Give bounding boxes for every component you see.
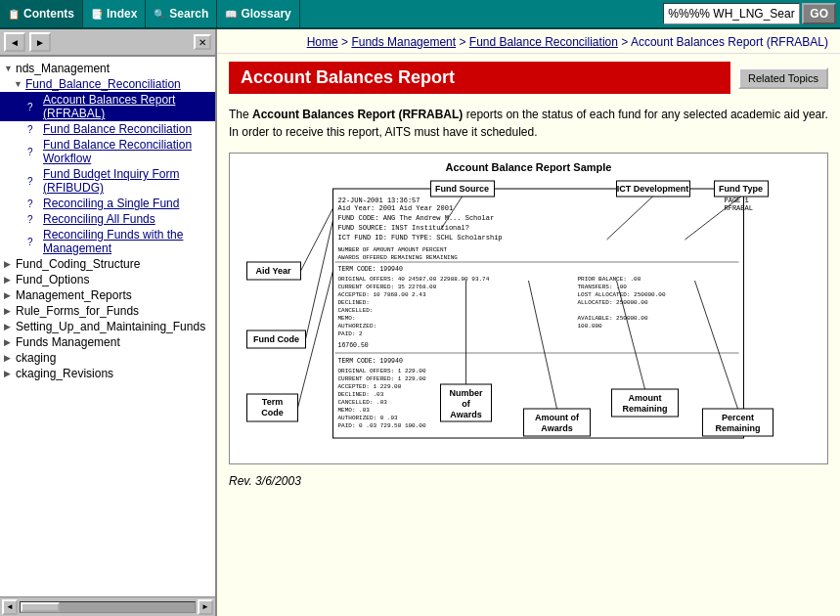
sidebar-item-fund-balance-recon2[interactable]: ? Fund Balance Reconciliation — [0, 121, 215, 137]
toolbar: 📋 Contents 📑 Index 🔍 Search 📖 Glossary G… — [0, 0, 840, 29]
index-icon: 📑 — [91, 9, 103, 20]
sidebar-item-fund-balance-workflow[interactable]: ? Fund Balance Reconciliation Workflow — [0, 137, 215, 166]
page-icon: ? — [27, 124, 41, 135]
sidebar-item-label: Fund Budget Inquiry Form (RFIBUDG) — [43, 167, 211, 195]
scroll-left-button[interactable]: ◄ — [2, 599, 18, 615]
nav-forward-button[interactable]: ► — [29, 32, 51, 52]
scroll-track[interactable] — [20, 601, 196, 613]
nav-back-button[interactable]: ◄ — [4, 32, 25, 52]
expand-icon: ▶ — [4, 322, 14, 331]
diagram-container: Account Balance Report Sample PAGE 1 RFR… — [229, 153, 828, 464]
sidebar-item-account-balances-report[interactable]: ? Account Balances Report (RFRABAL) — [0, 92, 215, 121]
expand-icon: ▼ — [4, 64, 14, 73]
sidebar-item-funds-management2[interactable]: ▶ Funds Management — [0, 334, 215, 350]
svg-text:ICT Development: ICT Development — [617, 184, 689, 194]
sidebar-item-label: Reconciling All Funds — [43, 212, 155, 226]
sidebar-item-reconciling-all[interactable]: ? Reconciling All Funds — [0, 211, 215, 227]
svg-text:DECLINED:: DECLINED: — [338, 299, 370, 306]
tab-search[interactable]: 🔍 Search — [146, 0, 217, 27]
breadcrumb: Home > Funds Management > Fund Balance R… — [217, 29, 840, 54]
sidebar-item-label: Fund_Balance_Reconciliation — [25, 77, 181, 91]
expand-icon: ▶ — [4, 306, 14, 316]
scroll-thumb[interactable] — [21, 602, 60, 612]
sidebar-item-label: Rule_Forms_for_Funds — [16, 304, 139, 318]
sidebar-item-label: nds_Management — [16, 62, 110, 75]
expand-icon: ▼ — [14, 79, 23, 89]
search-input[interactable] — [663, 3, 800, 24]
breadcrumb-home[interactable]: Home — [307, 35, 338, 49]
page-icon: ? — [27, 147, 41, 157]
tab-glossary[interactable]: 📖 Glossary — [217, 0, 299, 27]
svg-text:Percent: Percent — [722, 413, 754, 422]
sidebar-item-ckaging[interactable]: ▶ ckaging — [0, 350, 215, 366]
svg-line-51 — [306, 220, 333, 339]
sidebar-item-rule-forms[interactable]: ▶ Rule_Forms_for_Funds — [0, 303, 215, 319]
svg-text:AWARDS        OFFERED       RE: AWARDS OFFERED REMAINING REMAINING — [338, 254, 459, 261]
glossary-icon: 📖 — [225, 9, 237, 20]
sidebar-item-label: Fund_Options — [16, 273, 89, 286]
scroll-right-button[interactable]: ► — [198, 599, 213, 615]
svg-text:ORIGINAL OFFERS:        40    : ORIGINAL OFFERS: 40 24587.00 22988.00 93… — [338, 276, 490, 283]
tab-search-label: Search — [169, 7, 208, 21]
svg-text:Aid Year: Aid Year — [256, 266, 291, 276]
article-body: The Account Balances Report (RFRABAL) re… — [217, 98, 840, 616]
svg-text:of: of — [462, 399, 470, 409]
svg-text:PAID:                    0    : PAID: 0 .03 729.50 100.00 — [338, 422, 426, 429]
close-panel-button[interactable]: ✕ — [194, 34, 211, 50]
svg-text:DECLINED:                     : DECLINED: .03 — [338, 391, 384, 398]
svg-text:Number: Number — [449, 388, 483, 398]
sidebar-item-funds-management[interactable]: ▼ nds_Management — [0, 61, 215, 76]
sidebar-item-label: Reconciling Funds with the Management — [43, 228, 211, 255]
svg-text:FUND CODE: ANG The Andrew M...: FUND CODE: ANG The Andrew M... Scholar — [338, 214, 495, 222]
sidebar-item-management-reports[interactable]: ▶ Management_Reports — [0, 287, 215, 303]
tab-contents[interactable]: 📋 Contents — [0, 0, 83, 27]
sidebar-item-fund-options[interactable]: ▶ Fund_Options — [0, 272, 215, 287]
svg-text:CANCELLED:: CANCELLED: — [338, 307, 374, 314]
page-icon: ? — [27, 214, 41, 225]
sidebar-item-label: ckaging_Revisions — [16, 367, 113, 380]
horizontal-scrollbar[interactable]: ◄ ► — [0, 596, 215, 616]
svg-text:22-JUN-2001 13:36:57: 22-JUN-2001 13:36:57 — [338, 197, 420, 204]
svg-text:PAGE 1: PAGE 1 — [725, 197, 749, 204]
expand-icon: ▶ — [4, 290, 14, 300]
svg-text:100.000: 100.000 — [578, 323, 603, 330]
sidebar-item-label: ckaging — [16, 351, 56, 365]
svg-text:16760.50: 16760.50 — [338, 342, 369, 349]
sidebar-item-reconciling-single[interactable]: ? Reconciling a Single Fund — [0, 196, 215, 211]
search-icon: 🔍 — [154, 9, 165, 20]
svg-text:Amount of: Amount of — [535, 413, 580, 422]
breadcrumb-funds-management[interactable]: Funds Management — [351, 35, 456, 49]
svg-text:Fund Code: Fund Code — [253, 334, 299, 344]
tab-index[interactable]: 📑 Index — [83, 0, 146, 27]
related-topics-button[interactable]: Related Topics — [738, 67, 828, 89]
svg-text:CANCELLED:                    : CANCELLED: .03 — [338, 399, 388, 406]
search-area: GO — [659, 0, 840, 27]
sidebar-item-setting-up[interactable]: ▶ Setting_Up_and_Maintaining_Funds — [0, 319, 215, 334]
sidebar-item-label: Funds Management — [16, 335, 120, 349]
svg-text:Remaining: Remaining — [622, 404, 667, 414]
nav-tree: ▼ nds_Management ▼ Fund_Balance_Reconcil… — [0, 57, 215, 596]
sidebar-item-reconciling-funds-mgmt[interactable]: ? Reconciling Funds with the Management — [0, 227, 215, 256]
svg-text:AUTHORIZED:              0    : AUTHORIZED: 0 .03 — [338, 415, 399, 421]
left-panel-header: ◄ ► ✕ — [0, 29, 215, 57]
sidebar-item-label: Fund Balance Reconciliation Workflow — [43, 138, 211, 165]
main-area: ◄ ► ✕ ▼ nds_Management ▼ Fund_Balance_Re… — [0, 29, 840, 616]
tab-contents-label: Contents — [23, 7, 74, 21]
sidebar-item-fund-coding[interactable]: ▶ Fund_Coding_Structure — [0, 256, 215, 272]
svg-text:ACCEPTED:               10    : ACCEPTED: 10 7868.00 2.43 — [338, 291, 426, 298]
page-icon: ? — [27, 176, 41, 187]
svg-text:Code: Code — [261, 408, 284, 418]
svg-text:Fund Source: Fund Source — [435, 184, 489, 194]
expand-icon: ▶ — [4, 353, 14, 363]
svg-text:FUND SOURCE: INST Institutiona: FUND SOURCE: INST Institutional? — [338, 224, 469, 232]
sidebar-item-label: Setting_Up_and_Maintaining_Funds — [16, 320, 205, 333]
sidebar-item-fund-budget-inquiry[interactable]: ? Fund Budget Inquiry Form (RFIBUDG) — [0, 166, 215, 196]
sidebar-item-fund-balance-recon[interactable]: ▼ Fund_Balance_Reconciliation — [0, 76, 215, 92]
breadcrumb-fund-balance-recon[interactable]: Fund Balance Reconciliation — [469, 35, 618, 49]
sidebar-item-ckaging-revisions[interactable]: ▶ ckaging_Revisions — [0, 366, 215, 381]
svg-text:TERM CODE: 199940: TERM CODE: 199940 — [338, 358, 403, 365]
svg-text:MEMO:: MEMO: — [338, 315, 356, 322]
sidebar-item-label: Fund_Coding_Structure — [16, 257, 140, 271]
article-intro: The Account Balances Report (RFRABAL) re… — [229, 106, 828, 141]
go-button[interactable]: GO — [802, 3, 836, 24]
